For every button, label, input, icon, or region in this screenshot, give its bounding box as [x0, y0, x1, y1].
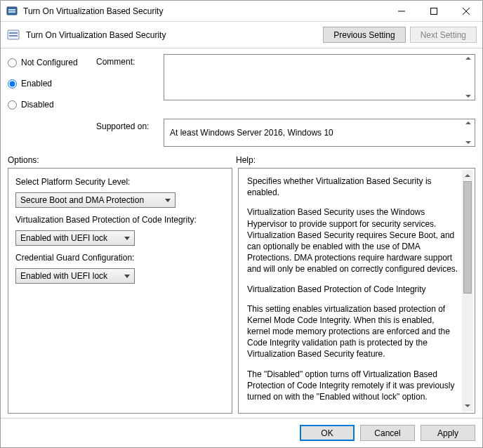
platform-security-value: Secure Boot and DMA Protection	[20, 195, 144, 205]
supported-on-label: Supported on:	[96, 119, 159, 131]
comment-field[interactable]	[164, 55, 475, 100]
radio-disabled-input[interactable]	[8, 100, 17, 110]
svg-rect-1	[8, 9, 15, 11]
chevron-down-icon	[124, 237, 130, 240]
platform-security-combo[interactable]: Secure Boot and DMA Protection	[15, 192, 176, 208]
credential-guard-combo[interactable]: Enabled with UEFI lock	[15, 268, 135, 284]
settings-area: Not Configured Enabled Disabled Comment:	[1, 48, 482, 151]
svg-rect-4	[8, 30, 19, 39]
comment-field-frame	[164, 54, 475, 100]
comment-label: Comment:	[96, 54, 159, 67]
help-label: Help:	[236, 155, 256, 165]
window-controls	[385, 1, 482, 21]
help-scrollbar[interactable]	[462, 170, 473, 411]
svg-rect-6	[9, 35, 18, 37]
help-paragraph: Virtualization Based Security uses the W…	[247, 206, 459, 275]
apply-button-label: Apply	[437, 428, 458, 438]
svg-rect-0	[7, 7, 17, 15]
next-setting-button: Next Setting	[410, 27, 477, 43]
help-paragraph: Specifies whether Virtualization Based S…	[247, 176, 459, 198]
cancel-button-label: Cancel	[374, 428, 400, 438]
next-setting-label: Next Setting	[421, 30, 466, 40]
help-paragraph: The "Disabled" option turns off Virtuali…	[247, 369, 459, 403]
supported-on-value	[164, 119, 475, 146]
previous-setting-button[interactable]: Previous Setting	[323, 27, 405, 43]
scroll-up-button[interactable]	[462, 170, 473, 181]
svg-rect-5	[9, 32, 18, 34]
ok-button[interactable]: OK	[300, 425, 355, 441]
radio-not-configured-label: Not Configured	[21, 58, 78, 67]
title-bar: Turn On Virtualization Based Security	[1, 1, 482, 22]
radio-enabled-input[interactable]	[8, 79, 17, 88]
supported-on-frame	[164, 119, 475, 147]
panes: Select Platform Security Level: Secure B…	[1, 168, 482, 418]
previous-setting-label: Previous Setting	[333, 30, 395, 40]
chevron-down-icon	[124, 275, 130, 278]
radio-enabled-label: Enabled	[21, 79, 52, 88]
dialog-footer: OK Cancel Apply	[1, 418, 482, 447]
minimize-button[interactable]	[385, 1, 418, 21]
radio-disabled-label: Disabled	[21, 100, 54, 110]
radio-not-configured-input[interactable]	[8, 58, 17, 67]
scroll-thumb[interactable]	[463, 181, 472, 294]
options-label: Options:	[8, 155, 236, 165]
state-radio-group: Not Configured Enabled Disabled	[8, 54, 92, 112]
help-paragraph: This setting enables virtualization base…	[247, 303, 459, 360]
vbpci-combo[interactable]: Enabled with UEFI lock	[15, 230, 135, 246]
app-icon	[6, 6, 18, 17]
chevron-down-icon	[165, 199, 171, 202]
credential-guard-value: Enabled with UEFI lock	[20, 271, 107, 281]
help-paragraph: Virtualization Based Protection of Code …	[247, 284, 459, 295]
svg-rect-2	[8, 11, 15, 13]
policy-title: Turn On Virtualization Based Security	[26, 30, 319, 40]
platform-security-label: Select Platform Security Level:	[15, 177, 225, 187]
scroll-track[interactable]	[462, 294, 473, 400]
dialog-window: Turn On Virtualization Based Security Tu…	[0, 0, 483, 448]
vbpci-value: Enabled with UEFI lock	[20, 233, 107, 243]
radio-not-configured[interactable]: Not Configured	[8, 55, 92, 70]
ok-button-label: OK	[321, 428, 333, 438]
help-pane: Specifies whether Virtualization Based S…	[238, 168, 475, 414]
options-pane: Select Platform Security Level: Secure B…	[8, 168, 232, 414]
radio-enabled[interactable]: Enabled	[8, 77, 92, 91]
policy-icon	[6, 28, 20, 42]
radio-disabled[interactable]: Disabled	[8, 98, 92, 112]
window-title: Turn On Virtualization Based Security	[22, 6, 385, 16]
scroll-down-button[interactable]	[462, 400, 473, 411]
maximize-button[interactable]	[418, 1, 450, 21]
apply-button[interactable]: Apply	[421, 425, 475, 441]
svg-rect-3	[431, 8, 437, 14]
close-button[interactable]	[450, 1, 482, 21]
policy-header: Turn On Virtualization Based Security Pr…	[1, 22, 482, 48]
cancel-button[interactable]: Cancel	[360, 425, 415, 441]
credential-guard-label: Credential Guard Configuration:	[15, 253, 225, 263]
pane-labels: Options: Help:	[1, 151, 482, 168]
vbpci-label: Virtualization Based Protection of Code …	[15, 215, 225, 225]
